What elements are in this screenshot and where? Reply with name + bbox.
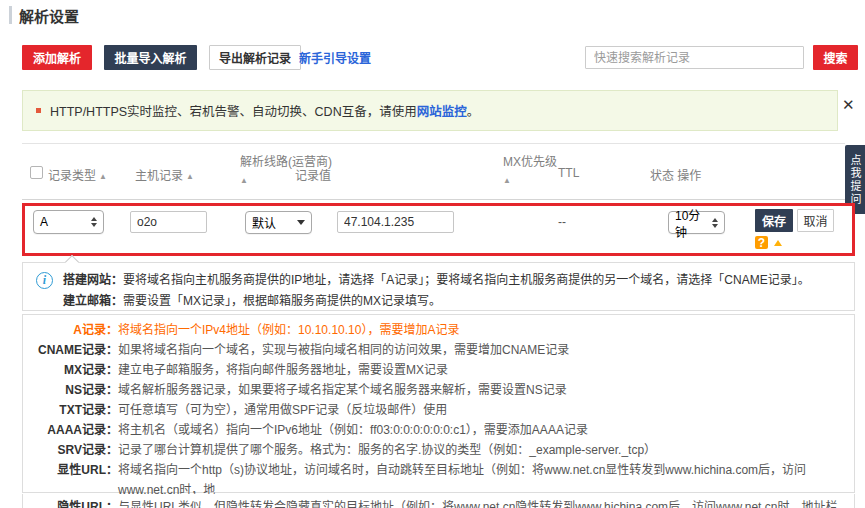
- record-value-field: [337, 211, 454, 233]
- explanation-row-a: A记录： 将域名指向一个IPv4地址（例如：10.10.10.10），需要增加A…: [23, 320, 854, 340]
- mx-priority-value: --: [558, 215, 566, 229]
- info-icon: i: [36, 272, 53, 289]
- close-icon[interactable]: ✕: [842, 96, 855, 114]
- info-line-mailbox: 建立邮箱：需要设置「MX记录」，根据邮箱服务商提供的MX记录填写。: [63, 291, 441, 308]
- beginner-guide-link[interactable]: 新手引导设置: [297, 45, 373, 70]
- info-line-website: 搭建网站：要将域名指向主机服务商提供的IP地址，请选择「A记录」；要将域名指向主…: [63, 270, 810, 287]
- bullet-icon: [36, 108, 41, 113]
- notice-suffix: 。: [467, 101, 480, 120]
- select-stepper-icon: [91, 217, 97, 227]
- monitoring-notice-banner: HTTP/HTTPS实时监控、宕机告警、自动切换、CDN互备，请使用 网站监控。: [22, 90, 838, 131]
- notice-text: HTTP/HTTPS实时监控、宕机告警、自动切换、CDN互备，请使用: [50, 101, 417, 120]
- panel-caret-icon: [65, 255, 79, 269]
- page-title: 解析设置: [19, 5, 79, 26]
- site-monitor-link[interactable]: 网站监控: [417, 101, 467, 120]
- search-button[interactable]: 搜索: [813, 45, 858, 70]
- table-top-divider: [22, 143, 845, 144]
- column-header-mx-priority[interactable]: MX优先级▲: [503, 152, 557, 185]
- explanation-row-implicit-url-section: 隐性URL： 与显性URL类似，但隐性转发会隐藏真实的目标地址（例如：将www.…: [22, 494, 855, 508]
- sort-asc-icon[interactable]: ▲: [503, 176, 557, 185]
- select-stepper-icon: [712, 218, 718, 228]
- table-header-divider: [22, 199, 845, 200]
- caret-up-icon: [774, 240, 782, 246]
- help-icon[interactable]: ?: [755, 236, 768, 249]
- column-header-value: 记录值: [295, 166, 331, 183]
- save-button[interactable]: 保存: [755, 209, 793, 232]
- chevron-down-icon: [297, 220, 305, 225]
- batch-import-button[interactable]: 批量导入解析: [104, 45, 197, 70]
- column-header-status-action: 状态 操作: [650, 166, 701, 183]
- explanation-row-txt: TXT记录： 可任意填写（可为空），通常用做SPF记录（反垃圾邮件）使用: [23, 400, 854, 420]
- explanation-row-cname: CNAME记录： 如果将域名指向一个域名，实现与被指向域名相同的访问效果，需要增…: [23, 340, 854, 360]
- title-accent-bar: [9, 6, 12, 24]
- record-type-explanations: A记录： 将域名指向一个IPv4地址（例如：10.10.10.10），需要增加A…: [22, 314, 855, 493]
- search-input[interactable]: [585, 46, 804, 69]
- setup-info-panel: i 搭建网站：要将域名指向主机服务商提供的IP地址，请选择「A记录」；要将域名指…: [22, 262, 855, 311]
- record-type-select[interactable]: A: [33, 210, 104, 234]
- resolution-line-select[interactable]: 默认: [245, 211, 312, 234]
- record-value-input[interactable]: [337, 211, 454, 233]
- ttl-value: 10分钟: [675, 206, 708, 240]
- explanation-row-aaaa: AAAA记录： 将主机名（或域名）指向一个IPv6地址（例如：ff03:0:0:…: [23, 420, 854, 440]
- host-record-input[interactable]: [130, 211, 207, 233]
- dns-settings-page: 解析设置 添加解析 批量导入解析 导出解析记录 新手引导设置 搜索 HTTP/H…: [0, 0, 865, 508]
- record-edit-row: A 默认 -- 10分钟 保存 取消 ?: [22, 203, 855, 256]
- resolution-line-value: 默认: [252, 214, 293, 231]
- record-type-value: A: [40, 215, 87, 229]
- export-records-button[interactable]: 导出解析记录: [209, 45, 301, 70]
- explanation-row-implicit-url: 隐性URL： 与显性URL类似，但隐性转发会隐藏真实的目标地址（例如：将www.…: [23, 497, 854, 508]
- ttl-select[interactable]: 10分钟: [668, 211, 725, 234]
- add-record-button[interactable]: 添加解析: [22, 45, 92, 70]
- explanation-row-ns: NS记录： 域名解析服务器记录，如果要将子域名指定某个域名服务器来解析，需要设置…: [23, 380, 854, 400]
- host-record-field: [130, 211, 207, 233]
- select-all-checkbox[interactable]: [30, 166, 43, 179]
- explanation-row-mx: MX记录： 建立电子邮箱服务，将指向邮件服务器地址，需要设置MX记录: [23, 360, 854, 380]
- explanation-row-srv: SRV记录： 记录了哪台计算机提供了哪个服务。格式为：服务的名字.协议的类型（例…: [23, 440, 854, 460]
- column-header-record-type[interactable]: 记录类型▲: [48, 166, 107, 183]
- column-header-ttl: TTL: [558, 166, 579, 180]
- sort-asc-icon[interactable]: ▲: [186, 172, 194, 181]
- sort-asc-icon[interactable]: ▲: [99, 172, 107, 181]
- cancel-button[interactable]: 取消: [797, 209, 834, 232]
- column-header-host[interactable]: 主机记录▲: [135, 166, 194, 183]
